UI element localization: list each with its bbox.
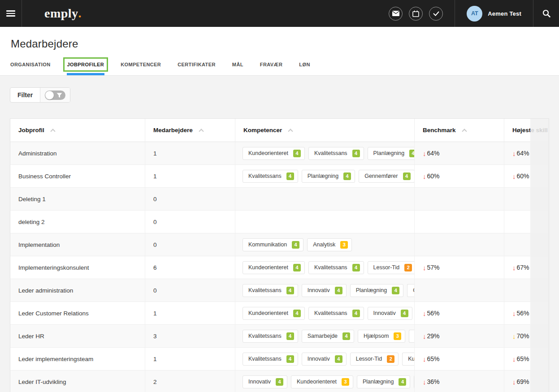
tasks-button[interactable] xyxy=(429,7,443,21)
competency-chip[interactable]: Kvalitetssans4 xyxy=(243,284,298,297)
tab-løn[interactable]: LØN xyxy=(299,56,310,75)
table-row[interactable]: Implementeringskonsulent6Kundeorienteret… xyxy=(10,256,549,279)
percentage-metric: ↓64% xyxy=(423,150,440,157)
competency-chip[interactable]: Kommunikation4 xyxy=(243,238,303,251)
competency-label: Samarbejde xyxy=(308,333,338,339)
competency-chip[interactable]: Kvalitetssans4 xyxy=(243,353,298,366)
tab-certifikater[interactable]: CERTIFIKATER xyxy=(178,56,216,75)
competency-chip[interactable]: Analytisk3 xyxy=(307,238,352,251)
competency-level-badge: 4 xyxy=(401,310,408,317)
cell-jobprofil: Leder Customer Relations xyxy=(10,302,145,325)
cell-jobprofil: Leder IT-udvikling xyxy=(10,370,145,392)
tab-organisation[interactable]: ORGANISATION xyxy=(10,56,51,75)
percentage-metric: ↓60% xyxy=(512,172,529,180)
tab-fravær[interactable]: FRAVÆR xyxy=(260,56,282,75)
hamburger-icon xyxy=(6,9,15,18)
mail-button[interactable] xyxy=(389,7,403,21)
column-header-kompetencer[interactable]: Kompetencer xyxy=(235,119,415,142)
competency-level-badge: 4 xyxy=(286,172,294,180)
competency-chip[interactable]: Innovativ4 xyxy=(368,307,412,320)
competency-chip[interactable]: Samarbejde4 xyxy=(302,330,354,343)
competency-chip[interactable]: Hjælpsom3 xyxy=(358,330,405,343)
table-row[interactable]: Implementation0Kommunikation4Analytisk3 xyxy=(10,233,549,256)
competency-chip[interactable]: Gennemfører4 xyxy=(359,170,414,183)
page-title: Medarbejdere xyxy=(0,27,559,50)
competency-label: Kommunikation xyxy=(248,241,287,248)
cell-kompetencer: Kvalitetssans4Innovativ4Planlægning4Genn… xyxy=(235,279,415,302)
tab-mål[interactable]: MÅL xyxy=(232,56,243,75)
competency-chip[interactable]: Planlægning4 xyxy=(368,147,415,160)
cell-hojeste-skill xyxy=(504,279,549,302)
table-row[interactable]: Deleting 10 xyxy=(10,188,549,211)
competency-chip[interactable]: Planlægning4 xyxy=(350,284,404,297)
table-row[interactable]: Leder IT-udvikling2Innovativ4Kundeorient… xyxy=(10,370,549,392)
column-header-medarbejdere[interactable]: Medarbejdere xyxy=(145,119,235,142)
competency-chip[interactable]: Kundeorienteret4 xyxy=(243,147,305,160)
competency-chip[interactable]: Kundeorienteret4 xyxy=(243,307,305,320)
filter-toggle[interactable] xyxy=(40,88,70,102)
table-row[interactable]: Leder implementeringsteam1Kvalitetssans4… xyxy=(10,348,549,370)
cell-hojeste-skill xyxy=(504,211,549,233)
cell-medarbejdere: 1 xyxy=(145,142,235,165)
competency-chip[interactable]: Innovativ4 xyxy=(243,375,287,388)
competency-chip[interactable]: Innovativ4 xyxy=(302,284,347,297)
competency-label: Lessor-Tid xyxy=(373,264,400,271)
competency-chip[interactable]: Kundeorien xyxy=(402,353,415,366)
competency-level-badge: 4 xyxy=(392,287,399,294)
cell-jobprofil: Administration xyxy=(10,142,145,165)
percentage-metric: ↓29% xyxy=(423,332,440,340)
user-menu[interactable]: AT Aemen Test xyxy=(455,0,533,27)
table-row[interactable]: Leder HR3Kvalitetssans4Samarbejde4Hjælps… xyxy=(10,325,549,348)
competency-chip[interactable]: Kvalitetssans4 xyxy=(308,307,364,320)
percentage-value: 67% xyxy=(517,264,529,271)
column-header-jobprofil[interactable]: Jobprofil xyxy=(10,119,145,142)
cell-medarbejdere: 1 xyxy=(145,348,235,370)
competency-chip[interactable]: Kundeorienteret3 xyxy=(291,375,353,388)
tab-jobprofiler[interactable]: JOBPROFILER xyxy=(67,56,104,75)
competency-chip[interactable]: Kommun xyxy=(409,330,415,343)
competency-chip[interactable]: Kundeorienteret4 xyxy=(243,261,305,274)
tab-label: FRAVÆR xyxy=(260,62,282,67)
competency-level-badge: 3 xyxy=(394,332,401,340)
calendar-button[interactable] xyxy=(409,7,423,21)
competency-chip[interactable]: Planlægning4 xyxy=(357,375,411,388)
competency-level-badge: 2 xyxy=(404,264,412,271)
table-row[interactable]: Business Controller1Kvalitetssans4Planlæ… xyxy=(10,165,549,188)
percentage-value: 65% xyxy=(517,355,529,362)
competency-chip[interactable]: Gennemf xyxy=(407,284,415,297)
cell-kompetencer: Kvalitetssans4Samarbejde4Hjælpsom3Kommun xyxy=(235,325,415,348)
cell-kompetencer: Innovativ4Kundeorienteret3Planlægning4Ge… xyxy=(235,370,415,392)
cell-jobprofil: Leder administration xyxy=(10,279,145,302)
table-row[interactable]: Leder administration0Kvalitetssans4Innov… xyxy=(10,279,549,302)
table-row[interactable]: Leder Customer Relations1Kundeorienteret… xyxy=(10,302,549,325)
trend-down-arrow-icon: ↓ xyxy=(512,355,516,363)
cell-benchmark xyxy=(415,233,504,256)
menu-button[interactable] xyxy=(0,0,22,27)
tab-kompetencer[interactable]: KOMPETENCER xyxy=(121,56,161,75)
competency-chip[interactable]: Planlægning4 xyxy=(302,170,355,183)
competency-label: Innovativ xyxy=(373,310,396,316)
trend-down-arrow-icon: ↓ xyxy=(512,310,516,317)
app-logo[interactable]: emply. xyxy=(22,0,82,27)
tab-label: CERTIFIKATER xyxy=(178,62,216,67)
cell-hojeste-skill: ↓65% xyxy=(504,348,549,370)
search-button[interactable] xyxy=(533,0,559,27)
cell-jobprofil: deleting 2 xyxy=(10,211,145,233)
cell-hojeste-skill xyxy=(504,233,549,256)
competency-chip[interactable]: Lessor-Tid2 xyxy=(368,261,415,274)
table-row[interactable]: deleting 20 xyxy=(10,211,549,233)
competency-chip[interactable]: Kvalitetssans4 xyxy=(243,170,298,183)
competency-chip[interactable]: Kvalitetssans4 xyxy=(308,261,364,274)
trend-down-arrow-icon: ↓ xyxy=(512,332,516,340)
column-header-benchmark[interactable]: Benchmark xyxy=(415,119,504,142)
cell-jobprofil: Deleting 1 xyxy=(10,188,145,211)
competency-chip[interactable]: Innovativ4 xyxy=(302,353,347,366)
funnel-icon xyxy=(56,93,62,98)
competency-chip[interactable]: Lessor-Tid2 xyxy=(350,353,399,366)
competency-label: Kvalitetssans xyxy=(314,310,347,316)
table-row[interactable]: Administration1Kundeorienteret4Kvalitets… xyxy=(10,142,549,165)
competency-chip[interactable]: Kvalitetssans4 xyxy=(243,330,298,343)
trend-down-arrow-icon: ↓ xyxy=(512,378,516,386)
competency-level-badge: 4 xyxy=(286,355,294,363)
competency-chip[interactable]: Kvalitetssans4 xyxy=(308,147,364,160)
